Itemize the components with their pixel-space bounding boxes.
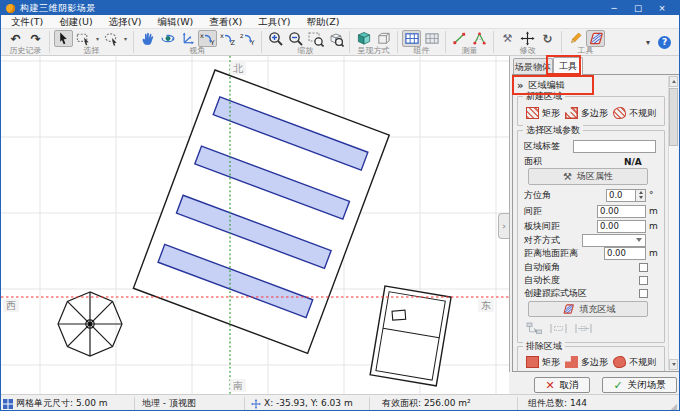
pencil-icon [568,31,583,46]
field-properties-label: 场区属性 [577,170,613,183]
azimuth-label: 方位角 [524,189,551,202]
zoom-in-button[interactable] [266,30,285,47]
marquee-select-button[interactable] [74,30,93,47]
spacing-tool-icon-1[interactable] [549,323,568,334]
lasso-select-icon [104,31,119,46]
scroll-up-icon [672,80,676,83]
menu-item-select[interactable]: 选择(V) [101,15,150,29]
exclude-region-rect-button[interactable]: 矩形 [526,356,560,369]
marquee-dropdown-icon[interactable]: ▾ [94,35,101,42]
align-select[interactable] [582,234,646,247]
rect-hatch-icon [526,107,539,119]
new-region-polygon-button[interactable]: 多边形 [565,107,608,120]
panel-gap-input[interactable] [597,220,646,233]
measure-angle-button[interactable] [470,30,489,47]
redo-icon: ↷ [30,33,40,45]
status-bar: 网格单元尺寸: 5.00 m 地理 - 顶视图 X: -35.93, Y: 6.… [1,394,679,411]
modify-move-button[interactable] [518,30,537,47]
render-wireframe-button[interactable] [374,30,393,47]
panel-collapse-handle[interactable]: › [498,213,509,239]
axes-button[interactable] [178,30,197,47]
undo-button[interactable]: ↶ [6,30,25,47]
exclude-region-irregular-button[interactable]: 不规则 [613,356,656,369]
lasso-dropdown-icon[interactable]: ▾ [122,35,129,42]
zoom-window-icon [308,31,324,47]
building-object[interactable] [370,286,451,386]
azimuth-spinner[interactable] [636,189,646,202]
close-button[interactable]: × [650,1,674,15]
lasso-select-button[interactable] [102,30,121,47]
status-component-total: 组件总数: 144 [528,395,587,411]
measure-length-icon [452,31,467,46]
region-label-label: 区域标签 [524,140,560,153]
measure-length-button[interactable] [450,30,469,47]
fill-region-icon [587,31,604,46]
cancel-x-icon: ✕ [545,380,554,391]
panel-scrollbar[interactable] [668,76,678,370]
scroll-up-button[interactable] [669,76,678,87]
ground-distance-input[interactable] [604,247,646,260]
drawing-canvas[interactable]: 北 南 西 东 [1,56,509,394]
new-region-rect-button[interactable]: 矩形 [526,107,560,120]
ground-distance-label: 距离地面距离 [524,247,578,260]
redo-button[interactable]: ↷ [26,30,45,47]
help-button[interactable]: ? [658,36,671,49]
toolbar-overflow-icon[interactable]: ▾ [646,38,650,47]
modify-properties-button[interactable]: ⚒ [498,30,517,47]
menu-item-file[interactable]: 文件(T) [3,15,51,29]
menu-item-create[interactable]: 创建(U) [51,15,100,29]
view-xy-button[interactable]: xY [198,30,217,47]
azimuth-input[interactable] [606,189,636,202]
zoom-window-button[interactable] [306,30,325,47]
view-xz-button[interactable]: xZ [218,30,237,47]
maximize-button[interactable]: □ [626,1,650,15]
zoom-extents-button[interactable] [326,30,345,47]
spacing-tool-icon-2[interactable] [574,323,593,334]
menu-item-edit[interactable]: 编辑(W) [150,15,202,29]
field-properties-wrench-icon: ⚒ [563,171,572,182]
axes-icon [180,31,195,46]
exclude-region-polygon-button[interactable]: 多边形 [565,356,608,369]
region-label-input[interactable] [573,140,656,153]
region-params-title: 选择区域参数 [523,125,583,135]
menu-item-tools[interactable]: 工具(Y) [250,15,298,29]
menu-item-help[interactable]: 帮助(Z) [298,15,347,29]
minimize-button[interactable]: ─ [602,1,626,15]
close-scene-button[interactable]: ✓ 关闭场景 [602,377,677,393]
resize-grip[interactable]: ◢ [671,402,677,411]
panel-footer: ✕ 取消 ✓ 关闭场景 [509,372,680,394]
menu-item-view[interactable]: 查看(X) [201,15,250,29]
scrollbar-thumb[interactable] [669,88,678,146]
auto-length-checkbox[interactable] [639,276,648,285]
pv-field[interactable] [133,70,389,353]
spacing-input[interactable] [597,205,646,218]
pencil-tool-button[interactable] [566,30,585,47]
orbit-button[interactable] [158,30,177,47]
area-label: 面积 [524,155,542,168]
exclude-region-title: 排除区域 [523,341,565,351]
render-solid-button[interactable] [354,30,373,47]
fill-region-tool-button[interactable] [586,30,605,47]
exclude-region-rect-label: 矩形 [542,356,560,369]
fill-region-button[interactable]: 填充区域 [528,301,648,317]
pan-hand-button[interactable] [138,30,157,47]
svg-text:Z: Z [231,39,236,47]
scroll-down-button[interactable] [669,359,678,370]
auto-tilt-checkbox[interactable] [639,263,648,272]
view-zy-button[interactable]: zY [238,30,257,47]
auto-length-label: 自动长度 [524,274,560,287]
align-select-chevron-icon [636,238,642,242]
zoom-out-button[interactable] [286,30,305,47]
component-grid-button[interactable] [402,30,421,47]
field-properties-button[interactable]: ⚒ 场区属性 [528,168,648,185]
new-region-irregular-button[interactable]: 不规则 [613,107,656,120]
tracking-field-checkbox[interactable] [639,289,648,298]
structure-tool-icon[interactable] [526,322,543,335]
octagon-object[interactable] [58,292,122,356]
cancel-button[interactable]: ✕ 取消 [534,377,590,393]
auto-tilt-label: 自动倾角 [524,261,560,274]
new-region-irregular-label: 不规则 [629,107,656,120]
select-cursor-button[interactable] [54,30,73,47]
component-grid-gray-button[interactable] [422,30,441,47]
modify-rotate-button[interactable]: ↻ [538,30,557,47]
